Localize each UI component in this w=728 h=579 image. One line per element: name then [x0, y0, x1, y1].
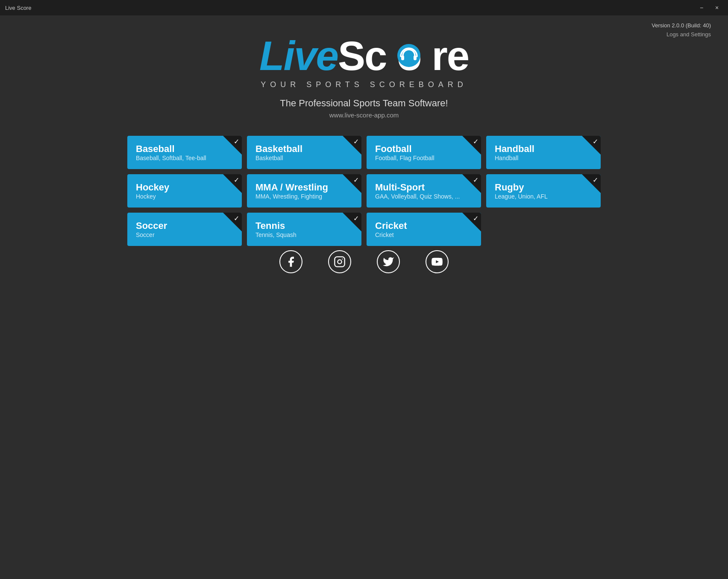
- sport-name-tennis: Tennis: [255, 220, 353, 231]
- version-text: Version 2.0.0 (Build: 40): [652, 21, 711, 30]
- close-button[interactable]: ×: [711, 3, 723, 12]
- instagram-icon[interactable]: [328, 250, 351, 273]
- logo-live: Live: [259, 32, 338, 79]
- check-mark-multi-sport: ✓: [473, 176, 478, 184]
- sport-card-handball[interactable]: Handball Handball ✓: [486, 136, 601, 169]
- check-mark-rugby: ✓: [593, 176, 598, 184]
- sport-subtitle-cricket: Cricket: [375, 231, 473, 238]
- minimize-button[interactable]: −: [696, 3, 707, 12]
- sports-grid: Baseball Baseball, Softball, Tee-ball ✓ …: [127, 136, 601, 246]
- sport-subtitle-multi-sport: GAA, Volleyball, Quiz Shows, ...: [375, 193, 473, 200]
- main-content: Live Sc o re: [0, 15, 728, 273]
- logs-settings-link[interactable]: Logs and Settings: [652, 30, 711, 39]
- website[interactable]: www.live-score-app.com: [329, 111, 399, 119]
- instagram-svg: [334, 256, 346, 268]
- check-mark-hockey: ✓: [234, 176, 239, 184]
- youtube-svg: [431, 256, 443, 268]
- sport-name-soccer: Soccer: [136, 220, 233, 231]
- sport-card-multi-sport[interactable]: Multi-Sport GAA, Volleyball, Quiz Shows,…: [367, 174, 481, 208]
- sport-name-basketball: Basketball: [255, 143, 353, 155]
- sports-grid-wrapper: Baseball Baseball, Softball, Tee-ball ✓ …: [127, 136, 601, 246]
- check-mark-mma-wrestling: ✓: [353, 176, 359, 184]
- sport-subtitle-tennis: Tennis, Squash: [255, 231, 353, 238]
- check-mark-football: ✓: [473, 137, 478, 146]
- svg-rect-1: [401, 56, 404, 60]
- logo: Live Sc o re: [259, 32, 469, 79]
- sport-name-hockey: Hockey: [136, 182, 233, 193]
- check-mark-basketball: ✓: [353, 137, 359, 146]
- tagline: YOUR SPORTS SCOREBOARD: [261, 80, 467, 89]
- sport-name-baseball: Baseball: [136, 143, 233, 155]
- logo-o: o: [397, 32, 421, 79]
- social-bar: [279, 250, 449, 273]
- title-bar: Live Score − ×: [0, 0, 728, 15]
- twitter-icon[interactable]: [377, 250, 400, 273]
- sport-subtitle-mma-wrestling: MMA, Wrestling, Fighting: [255, 193, 353, 200]
- logo-container: Live Sc o re: [259, 32, 469, 79]
- version-info: Version 2.0.0 (Build: 40) Logs and Setti…: [652, 21, 711, 39]
- youtube-icon[interactable]: [426, 250, 449, 273]
- sport-card-mma-wrestling[interactable]: MMA / Wrestling MMA, Wrestling, Fighting…: [247, 174, 361, 208]
- sport-name-cricket: Cricket: [375, 220, 473, 231]
- sport-name-rugby: Rugby: [495, 182, 592, 193]
- check-mark-soccer: ✓: [234, 214, 239, 222]
- logo-score: Sc o re: [338, 32, 469, 79]
- sport-card-soccer[interactable]: Soccer Soccer ✓: [127, 213, 242, 246]
- sport-name-handball: Handball: [495, 143, 592, 155]
- facebook-svg: [285, 256, 297, 268]
- sport-card-hockey[interactable]: Hockey Hockey ✓: [127, 174, 242, 208]
- logo-wifi-icon: [397, 44, 421, 67]
- check-mark-cricket: ✓: [473, 214, 478, 222]
- sport-subtitle-soccer: Soccer: [136, 231, 233, 238]
- sport-subtitle-handball: Handball: [495, 155, 592, 161]
- sport-name-mma-wrestling: MMA / Wrestling: [255, 182, 353, 193]
- sport-subtitle-baseball: Baseball, Softball, Tee-ball: [136, 155, 233, 161]
- sport-card-tennis[interactable]: Tennis Tennis, Squash ✓: [247, 213, 361, 246]
- sport-card-football[interactable]: Football Football, Flag Football ✓: [367, 136, 481, 169]
- twitter-svg: [382, 256, 394, 268]
- sport-subtitle-basketball: Basketball: [255, 155, 353, 161]
- sport-subtitle-football: Football, Flag Football: [375, 155, 473, 161]
- sport-card-basketball[interactable]: Basketball Basketball ✓: [247, 136, 361, 169]
- svg-rect-2: [414, 56, 417, 60]
- sport-card-cricket[interactable]: Cricket Cricket ✓: [367, 213, 481, 246]
- sport-subtitle-hockey: Hockey: [136, 193, 233, 200]
- svg-rect-3: [335, 257, 344, 266]
- svg-point-4: [338, 260, 341, 263]
- check-mark-handball: ✓: [593, 137, 598, 146]
- facebook-icon[interactable]: [279, 250, 302, 273]
- app-title: Live Score: [5, 5, 31, 11]
- check-mark-baseball: ✓: [234, 137, 239, 146]
- sport-card-baseball[interactable]: Baseball Baseball, Softball, Tee-ball ✓: [127, 136, 242, 169]
- check-mark-tennis: ✓: [353, 214, 359, 222]
- sport-card-rugby[interactable]: Rugby League, Union, AFL ✓: [486, 174, 601, 208]
- promo-text: The Professional Sports Team Software!: [280, 98, 448, 109]
- window-controls: − ×: [696, 3, 723, 12]
- svg-point-5: [342, 258, 343, 259]
- sport-subtitle-rugby: League, Union, AFL: [495, 193, 592, 200]
- sport-name-football: Football: [375, 143, 473, 155]
- sport-name-multi-sport: Multi-Sport: [375, 182, 473, 193]
